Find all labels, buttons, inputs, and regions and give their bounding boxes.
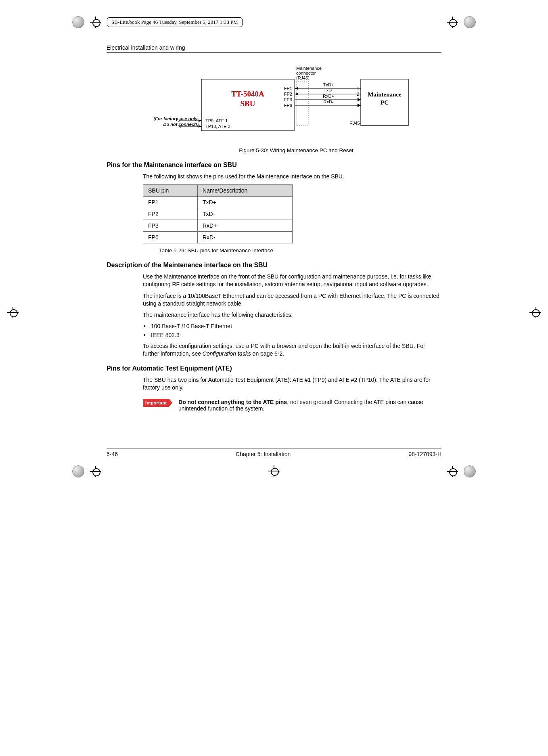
- factory-note-1: (For factory use only.: [154, 116, 199, 121]
- crop-cross-icon: [7, 307, 19, 318]
- svg-text:PC: PC: [381, 99, 389, 106]
- svg-text:RxD+: RxD+: [323, 94, 334, 98]
- svg-text:connector: connector: [296, 71, 316, 75]
- svg-text:TT-5040A: TT-5040A: [231, 90, 264, 98]
- svg-text:Do not connect!): Do not connect!): [163, 122, 199, 127]
- fp3-label: FP3: [284, 97, 292, 102]
- crop-cross-icon: [90, 17, 101, 28]
- figure-5-30: TT-5040A SBU TP9, ATE 1 TP10, ATE 2 FP1 …: [151, 65, 441, 153]
- table-row: FP3 RxD+: [143, 220, 293, 231]
- crop-circle-icon: [72, 465, 84, 477]
- svg-text:FP1: FP1: [284, 86, 292, 91]
- heading-pins-sbu: Pins for the Maintenance interface on SB…: [107, 161, 441, 169]
- th-sbu-pin: SBU pin: [143, 184, 198, 196]
- table-caption: Table 5-29: SBU pins for Maintenance int…: [159, 247, 441, 253]
- crop-circle-icon: [72, 16, 84, 28]
- svg-text:Maintenance: Maintenance: [296, 66, 322, 71]
- important-tag-icon: Important: [143, 399, 169, 407]
- svg-text:(For factory use only.: (For factory use only.: [154, 116, 199, 121]
- figure-caption: Figure 5-30: Wiring Maintenance PC and R…: [151, 147, 441, 153]
- pc-pin-6: 6: [357, 103, 359, 108]
- svg-text:2: 2: [357, 92, 359, 96]
- svg-text:SBU: SBU: [241, 99, 255, 108]
- sig-txdn: TxD-: [324, 88, 333, 93]
- svg-text:RxD-: RxD-: [323, 99, 333, 104]
- footer-chapter: Chapter 5: Installation: [236, 451, 291, 457]
- tp10-label: TP10, ATE 2: [205, 124, 230, 129]
- running-head: Electrical installation and wiring: [107, 44, 441, 53]
- table-row: FP6 RxD-: [143, 231, 293, 243]
- fp1-label: FP1: [284, 86, 292, 91]
- bullet-list: 100 Base-T /10 Base-T Ethernet IEEE 802.…: [143, 323, 441, 338]
- sig-rxdn: RxD-: [323, 99, 333, 104]
- maint-conn-1: Maintenance: [296, 66, 322, 71]
- pc-title-1: Maintenance: [368, 91, 402, 98]
- factory-note-2: Do not connect!): [163, 122, 199, 127]
- footer-docnum: 98-127093-H: [408, 451, 441, 457]
- svg-text:3: 3: [357, 98, 359, 102]
- crop-bottom: [68, 465, 480, 478]
- maint-conn-3: (RJ45): [296, 75, 310, 80]
- svg-text:6: 6: [357, 103, 359, 108]
- table-row: FP2 TxD-: [143, 208, 293, 220]
- content: Electrical installation and wiring TT-50…: [68, 28, 480, 465]
- svg-text:FP2: FP2: [284, 92, 292, 96]
- pc-pin-2: 2: [357, 92, 359, 96]
- pc-pin-3: 3: [357, 98, 359, 102]
- svg-rect-13: [296, 81, 308, 126]
- rj45-label: RJ45: [349, 121, 360, 126]
- heading-ate: Pins for Automatic Test Equipment (ATE): [107, 365, 441, 372]
- fp2-label: FP2: [284, 92, 292, 96]
- svg-text:TP9, ATE 1: TP9, ATE 1: [205, 118, 228, 123]
- sbu-title-1: TT-5040A: [231, 90, 264, 98]
- para-desc-1: Use the Maintenance interface on the fro…: [143, 273, 441, 288]
- svg-text:TP10, ATE 2: TP10, ATE 2: [205, 124, 230, 129]
- pc-pin-1: 1: [357, 86, 359, 91]
- pin-table: SBU pin Name/Description FP1 TxD+ FP2 Tx…: [143, 184, 293, 243]
- svg-text:(RJ45): (RJ45): [296, 75, 310, 80]
- crop-circle-icon: [464, 465, 476, 477]
- th-name-desc: Name/Description: [198, 184, 293, 196]
- crop-circle-icon: [464, 16, 476, 28]
- sbu-title-2: SBU: [241, 99, 255, 108]
- important-block: Important Do not connect anything to the…: [143, 399, 441, 412]
- page-footer: 5-46 Chapter 5: Installation 98-127093-H: [107, 448, 441, 457]
- crop-cross-icon: [529, 307, 541, 318]
- bullet-1: 100 Base-T /10 Base-T Ethernet: [143, 323, 441, 329]
- sig-rxdp: RxD+: [323, 94, 334, 98]
- svg-text:FP6: FP6: [284, 103, 292, 108]
- file-stamp: SB-Lite.book Page 46 Tuesday, September …: [107, 17, 243, 27]
- tp9-label: TP9, ATE 1: [205, 118, 228, 123]
- svg-text:TxD+: TxD+: [323, 82, 334, 87]
- svg-text:1: 1: [357, 86, 359, 91]
- para-pins-intro: The following list shows the pins used f…: [143, 173, 441, 180]
- para-ate: The SBU has two pins for Automatic Test …: [143, 376, 441, 392]
- para-desc-2: The interface is a 10/100BaseT Ethernet …: [143, 292, 441, 308]
- sig-txdp: TxD+: [323, 82, 334, 87]
- crop-cross-icon: [447, 17, 458, 28]
- maint-conn-2: connector: [296, 71, 316, 75]
- pc-title-2: PC: [381, 99, 389, 106]
- footer-page: 5-46: [107, 451, 118, 457]
- crop-cross-icon: [90, 466, 101, 477]
- bullet-2: IEEE 802.3: [143, 332, 441, 338]
- svg-text:TxD-: TxD-: [324, 88, 333, 93]
- fp6-label: FP6: [284, 103, 292, 108]
- crop-cross-icon: [447, 466, 458, 477]
- para-desc-4: To access the configuration settings, us…: [143, 342, 441, 358]
- para-desc-3: The maintenance interface has the follow…: [143, 311, 441, 319]
- xref-config-tasks: Configuration tasks: [203, 350, 251, 357]
- table-row: FP1 TxD+: [143, 196, 293, 208]
- svg-text:RJ45: RJ45: [349, 121, 360, 126]
- svg-text:Maintenance: Maintenance: [368, 91, 402, 98]
- crop-top: SB-Lite.book Page 46 Tuesday, September …: [68, 16, 480, 28]
- svg-text:FP3: FP3: [284, 97, 292, 102]
- crop-cross-icon: [268, 465, 280, 477]
- important-text: Do not connect anything to the ATE pins,…: [174, 399, 441, 412]
- heading-desc: Description of the Maintenance interface…: [107, 262, 441, 269]
- page: SB-Lite.book Page 46 Tuesday, September …: [68, 0, 480, 494]
